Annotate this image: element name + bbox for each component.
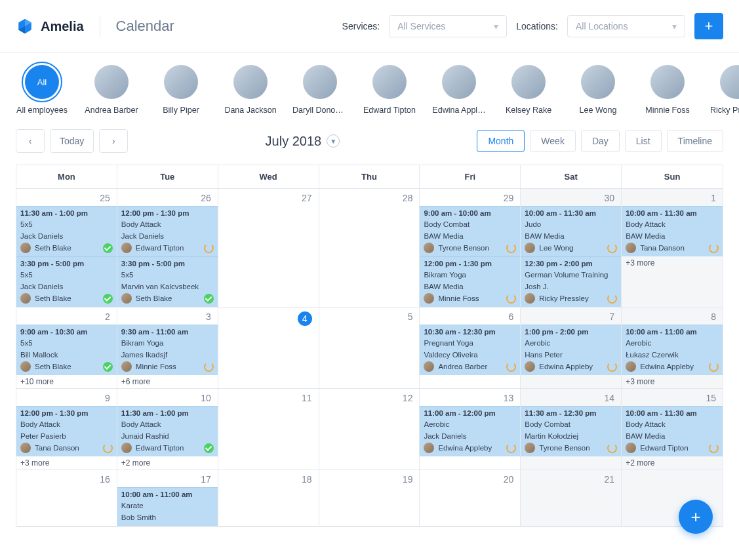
next-button[interactable]: › xyxy=(99,129,128,153)
calendar-cell[interactable]: 28 xyxy=(319,189,420,308)
employee-filter-10[interactable]: Ricky Pressley xyxy=(711,65,739,115)
calendar-cell[interactable]: 39:30 am - 11:00 amBikram YogaJames Ikad… xyxy=(117,308,218,389)
appointment-staff: Edwina Appleby xyxy=(438,443,492,454)
calendar-cell[interactable]: 11 xyxy=(218,389,319,470)
more-link[interactable]: +6 more xyxy=(117,375,218,388)
appointment[interactable]: 1:00 pm - 2:00 pmAerobicHans PeterEdwina… xyxy=(521,325,621,375)
calendar-cell[interactable]: 110:00 am - 11:30 amBody AttackBAW Media… xyxy=(622,189,723,308)
day-number: 25 xyxy=(16,189,117,206)
add-button[interactable]: + xyxy=(694,13,723,39)
calendar-cell[interactable]: 4 xyxy=(218,308,319,389)
appointment-staff: Ricky Pressley xyxy=(539,293,588,304)
view-month[interactable]: Month xyxy=(477,130,525,152)
calendar-cell[interactable]: 2511:30 am - 1:00 pm5x5Jack DanielsSeth … xyxy=(16,189,117,308)
avatar xyxy=(626,243,636,253)
appointment[interactable]: 12:00 pm - 1:30 pmBody AttackJack Daniel… xyxy=(117,206,218,256)
view-week[interactable]: Week xyxy=(530,130,576,152)
appointment[interactable]: 11:30 am - 1:00 pm5x5Jack DanielsSeth Bl… xyxy=(16,206,117,256)
appointment[interactable]: 10:30 am - 12:30 pmPregnant YogaValdecy … xyxy=(420,325,520,375)
more-link[interactable]: +3 more xyxy=(622,375,723,388)
appointment[interactable]: 10:00 am - 11:00 amKarateBob Smith xyxy=(117,487,218,526)
calendar-cell[interactable]: 20 xyxy=(420,470,521,527)
today-button[interactable]: Today xyxy=(50,129,94,153)
appointment[interactable]: 9:00 am - 10:00 amBody CombatBAW MediaTy… xyxy=(420,206,520,256)
view-timeline[interactable]: Timeline xyxy=(667,130,723,152)
prev-button[interactable]: ‹ xyxy=(16,129,45,153)
calendar-cell[interactable]: 1311:00 am - 12:00 pmAerobicJack Daniels… xyxy=(420,389,521,470)
employee-filter-4[interactable]: Daryll Donov… xyxy=(294,65,346,115)
more-link[interactable]: +3 more xyxy=(16,456,117,470)
calendar-cell[interactable]: 1411:30 am - 12:30 pmBody CombatMartin K… xyxy=(521,389,622,470)
appointment[interactable]: 12:00 pm - 1:30 pmBody AttackPeter Pasie… xyxy=(16,406,117,456)
employee-filter-3[interactable]: Dana Jackson xyxy=(224,65,277,115)
employee-filter-all[interactable]: AllAll employees xyxy=(16,65,68,115)
calendar-cell[interactable]: 16 xyxy=(16,470,117,527)
appointment[interactable]: 9:30 am - 11:00 amBikram YogaJames Ikads… xyxy=(117,325,218,375)
appointment[interactable]: 10:00 am - 11:30 amBody AttackBAW MediaT… xyxy=(622,206,723,256)
appointment[interactable]: 12:30 pm - 2:00 pmGerman Volume Training… xyxy=(521,256,621,307)
view-list[interactable]: List xyxy=(625,130,662,152)
sync-icon xyxy=(607,294,617,304)
calendar-cell[interactable]: 2612:00 pm - 1:30 pmBody AttackJack Dani… xyxy=(117,189,218,308)
view-day[interactable]: Day xyxy=(581,130,620,152)
calendar-cell[interactable]: 12 xyxy=(319,389,420,470)
avatar xyxy=(442,65,476,99)
more-link[interactable]: +2 more xyxy=(117,456,218,470)
appointment-service: 5x5 xyxy=(121,270,214,281)
calendar-cell[interactable]: 912:00 pm - 1:30 pmBody AttackPeter Pasi… xyxy=(16,389,117,470)
calendar-cell[interactable]: 21 xyxy=(521,470,622,527)
appointment-staff: Seth Blake xyxy=(35,243,71,254)
employee-filter-9[interactable]: Minnie Foss xyxy=(641,65,694,115)
appointment[interactable]: 10:00 am - 11:30 amJudoBAW MediaLee Wong xyxy=(521,206,621,256)
calendar-cell[interactable]: 3010:00 am - 11:30 amJudoBAW MediaLee Wo… xyxy=(521,189,622,308)
calendar-cell[interactable]: 610:30 am - 12:30 pmPregnant YogaValdecy… xyxy=(420,308,521,389)
calendar-cell[interactable]: 299:00 am - 10:00 amBody CombatBAW Media… xyxy=(420,189,521,308)
more-link[interactable]: +10 more xyxy=(16,375,117,388)
calendar-cell[interactable]: 1011:30 am - 1:00 pmBody AttackJunaid Ra… xyxy=(117,389,218,470)
sync-icon xyxy=(103,443,113,453)
calendar-cell[interactable]: 19 xyxy=(319,470,420,527)
day-header: Sun xyxy=(622,165,723,189)
more-link[interactable]: +3 more xyxy=(622,256,723,270)
check-icon xyxy=(103,362,113,372)
day-number: 6 xyxy=(420,308,520,325)
locations-select[interactable]: All Locations ▾ xyxy=(567,15,685,37)
avatar xyxy=(626,361,636,372)
appointment[interactable]: 3:30 pm - 5:00 pm5x5Marvin van Kalcvsbee… xyxy=(117,256,218,307)
appointment[interactable]: 10:00 am - 11:00 amAerobicŁukasz Czerwik… xyxy=(622,325,723,375)
avatar xyxy=(626,443,636,453)
day-number: 15 xyxy=(622,389,723,406)
appointment-customer: Jack Daniels xyxy=(121,231,214,242)
employee-filter-1[interactable]: Andrea Barber xyxy=(85,65,138,115)
calendar-cell[interactable]: 1510:00 am - 11:30 amBody AttackBAW Medi… xyxy=(622,389,723,470)
appointment-time: 11:00 am - 12:00 pm xyxy=(424,408,516,419)
services-select[interactable]: All Services ▾ xyxy=(389,15,507,37)
date-picker-icon[interactable]: ▼ xyxy=(327,134,340,148)
appointment[interactable]: 9:00 am - 10:30 am5x5Bill MallockSeth Bl… xyxy=(16,325,117,375)
appointment[interactable]: 11:30 am - 12:30 pmBody CombatMartin Koł… xyxy=(521,406,621,456)
employee-filter-8[interactable]: Lee Wong xyxy=(572,65,624,115)
appointment[interactable]: 11:00 am - 12:00 pmAerobicJack DanielsEd… xyxy=(420,406,520,456)
employee-filter-2[interactable]: Billy Piper xyxy=(155,65,207,115)
calendar-cell[interactable]: 27 xyxy=(218,189,319,308)
calendar-cell[interactable]: 1710:00 am - 11:00 amKarateBob Smith xyxy=(117,470,218,527)
appointment-service: Aerobic xyxy=(424,419,516,430)
calendar-cell[interactable]: 18 xyxy=(218,470,319,527)
day-number: 20 xyxy=(420,470,520,487)
brand-logo[interactable]: Amelia xyxy=(16,17,84,35)
appointment[interactable]: 10:00 am - 11:30 amBody AttackBAW MediaE… xyxy=(622,406,723,456)
avatar xyxy=(94,65,129,99)
calendar-cell[interactable]: 810:00 am - 11:00 amAerobicŁukasz Czerwi… xyxy=(622,308,723,389)
employee-filter-7[interactable]: Kelsey Rake xyxy=(502,65,555,115)
appointment[interactable]: 11:30 am - 1:00 pmBody AttackJunaid Rash… xyxy=(117,406,218,456)
employee-filter-5[interactable]: Edward Tipton xyxy=(363,65,416,115)
appointment[interactable]: 3:30 pm - 5:00 pm5x5Jack DanielsSeth Bla… xyxy=(16,256,117,307)
employee-filter-6[interactable]: Edwina Appl… xyxy=(433,65,485,115)
calendar-cell[interactable]: 71:00 pm - 2:00 pmAerobicHans PeterEdwin… xyxy=(521,308,622,389)
appointment-time: 10:00 am - 11:30 am xyxy=(626,408,719,419)
more-link[interactable]: +2 more xyxy=(622,456,723,470)
calendar-cell[interactable]: 5 xyxy=(319,308,420,389)
appointment[interactable]: 12:00 pm - 1:30 pmBikram YogaBAW MediaMi… xyxy=(420,256,520,307)
calendar-cell[interactable]: 29:00 am - 10:30 am5x5Bill MallockSeth B… xyxy=(16,308,117,389)
avatar xyxy=(424,293,434,304)
